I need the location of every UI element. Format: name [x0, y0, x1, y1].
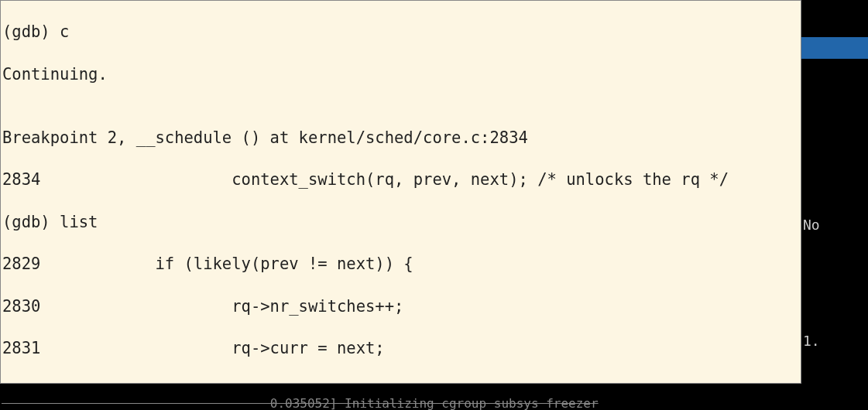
- gdb-terminal[interactable]: (gdb) c Continuing. Breakpoint 2, __sche…: [0, 0, 801, 384]
- right-terminal[interactable]: No 1. cp us 6: [801, 0, 868, 384]
- right-term-frag1: No: [803, 215, 866, 234]
- gdb-src-2831: 2831 rq->curr = next;: [2, 338, 799, 359]
- bottom-terminal[interactable]: 0.035052] Initializing cgroup subsys fre…: [0, 384, 868, 410]
- bottom-term-line1: 0.035052] Initializing cgroup subsys fre…: [2, 396, 599, 410]
- gdb-breakpoint-source: 2834 context_switch(rq, prev, next); /* …: [2, 169, 799, 190]
- gdb-src-2829: 2829 if (likely(prev != next)) {: [2, 254, 799, 275]
- gdb-src-2830: 2830 rq->nr_switches++;: [2, 296, 799, 317]
- right-term-blank2: [803, 156, 866, 176]
- right-term-frag2: 1.: [803, 331, 866, 350]
- right-term-blank1: [803, 98, 866, 118]
- right-term-blank3: [803, 273, 866, 292]
- gdb-prompt-list: (gdb) list: [2, 212, 799, 233]
- gdb-breakpoint-hit: Breakpoint 2, __schedule () at kernel/sc…: [2, 128, 799, 149]
- gdb-prompt-continue: (gdb) c: [2, 22, 799, 43]
- right-terminal-titlebar[interactable]: [801, 37, 868, 59]
- desktop: (gdb) c Continuing. Breakpoint 2, __sche…: [0, 0, 868, 410]
- gdb-continuing: Continuing.: [2, 64, 799, 85]
